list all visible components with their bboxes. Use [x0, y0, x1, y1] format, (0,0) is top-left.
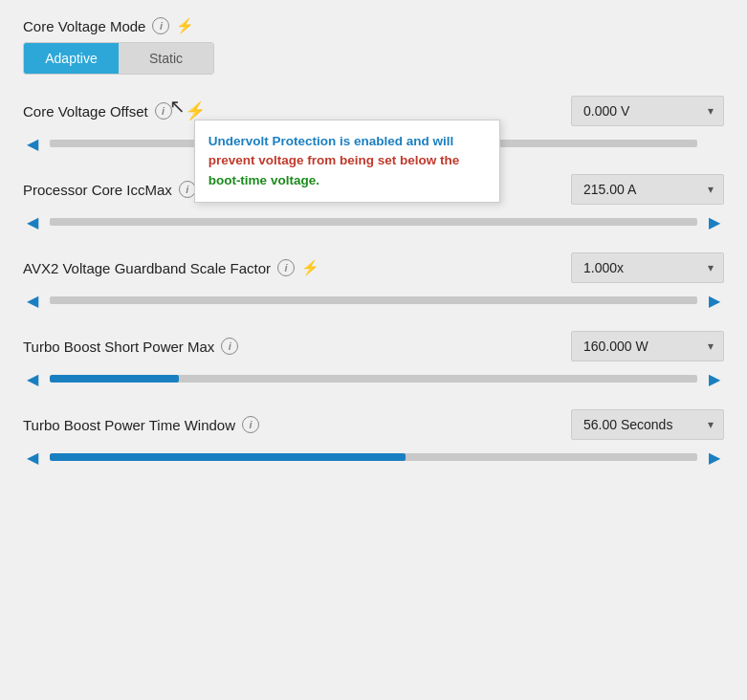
turbo-boost-short-value: 160.000 W: [583, 339, 648, 354]
turbo-boost-short-right-arrow[interactable]: ▶: [705, 369, 724, 388]
core-voltage-offset-dropdown[interactable]: 0.000 V ▾: [571, 96, 724, 126]
processor-core-iccmax-left-arrow[interactable]: ◀: [23, 212, 42, 231]
core-voltage-offset-value: 0.000 V: [583, 103, 629, 119]
core-voltage-offset-info-icon[interactable]: i: [155, 102, 172, 120]
processor-core-iccmax-label: Processor Core IccMax: [23, 182, 172, 198]
avx2-voltage-label-row: AVX2 Voltage Guardband Scale Factor i ⚡ …: [23, 252, 724, 283]
avx2-voltage-value: 1.000x: [583, 260, 624, 275]
turbo-boost-time-slider-fill: [50, 453, 406, 461]
turbo-boost-short-slider-track[interactable]: [50, 375, 697, 383]
avx2-voltage-info-icon[interactable]: i: [277, 259, 295, 276]
core-voltage-mode-bolt-icon[interactable]: ⚡: [176, 17, 194, 34]
turbo-boost-short-slider-fill: [50, 375, 179, 383]
avx2-voltage-dropdown[interactable]: 1.000x ▾: [571, 252, 724, 283]
turbo-boost-short-label: Turbo Boost Short Power Max: [23, 339, 214, 355]
processor-core-iccmax-slider-row: ◀ ▶: [23, 212, 724, 231]
core-voltage-offset-label-row: Core Voltage Offset i ⚡ ↖ Undervolt Prot…: [23, 96, 724, 126]
turbo-boost-time-value: 56.00 Seconds: [583, 417, 672, 432]
core-voltage-mode-label: Core Voltage Mode: [23, 18, 145, 34]
processor-core-iccmax-right-arrow[interactable]: ▶: [705, 212, 724, 231]
turbo-boost-short-dropdown[interactable]: 160.000 W ▾: [571, 331, 724, 361]
avx2-voltage-slider-fill: [50, 296, 374, 304]
core-voltage-mode-toggle-row: Adaptive Static: [23, 42, 724, 75]
core-voltage-offset-slider-row: ◀ ▶: [23, 134, 724, 153]
static-toggle-btn[interactable]: Static: [119, 43, 213, 74]
turbo-boost-time-right-arrow[interactable]: ▶: [705, 448, 724, 467]
turbo-boost-short-info-icon[interactable]: i: [221, 338, 238, 355]
core-voltage-offset-slider-track[interactable]: [50, 140, 697, 147]
core-voltage-mode-toggle[interactable]: Adaptive Static: [23, 42, 214, 75]
avx2-voltage-label: AVX2 Voltage Guardband Scale Factor: [23, 260, 271, 276]
adaptive-toggle-btn[interactable]: Adaptive: [24, 43, 119, 74]
turbo-boost-time-info-icon[interactable]: i: [242, 416, 259, 433]
avx2-voltage-caret: ▾: [708, 261, 714, 274]
turbo-boost-time-label: Turbo Boost Power Time Window: [23, 417, 235, 433]
turbo-boost-time-dropdown[interactable]: 56.00 Seconds ▾: [571, 409, 724, 440]
turbo-boost-short-caret: ▾: [708, 339, 714, 353]
processor-core-iccmax-slider-track[interactable]: [50, 218, 697, 226]
processor-core-iccmax-value: 215.00 A: [583, 182, 636, 197]
turbo-boost-time-slider-track[interactable]: [50, 453, 697, 461]
turbo-boost-time-label-row: Turbo Boost Power Time Window i 56.00 Se…: [23, 409, 724, 440]
turbo-boost-time-slider-row: ◀ ▶: [23, 448, 724, 467]
processor-core-iccmax-dropdown[interactable]: 215.00 A ▾: [571, 174, 724, 205]
core-voltage-mode-label-row: Core Voltage Mode i ⚡: [23, 17, 724, 34]
processor-core-iccmax-caret: ▾: [708, 183, 714, 196]
core-voltage-offset-bolt-icon[interactable]: ⚡: [185, 101, 206, 120]
core-voltage-offset-left-arrow[interactable]: ◀: [23, 134, 42, 153]
core-voltage-offset-tooltip-box: ⚡ ↖ Undervolt Protection is enabled and …: [185, 100, 206, 121]
core-voltage-offset-caret: ▾: [708, 104, 714, 118]
core-voltage-mode-section: Core Voltage Mode i ⚡ Adaptive Static: [23, 17, 724, 75]
processor-core-iccmax-label-row: Processor Core IccMax i 215.00 A ▾: [23, 174, 724, 205]
core-voltage-offset-label: Core Voltage Offset: [23, 103, 148, 120]
core-voltage-offset-section: Core Voltage Offset i ⚡ ↖ Undervolt Prot…: [23, 96, 724, 153]
avx2-voltage-slider-track[interactable]: [50, 296, 697, 304]
processor-core-iccmax-slider-fill: [50, 218, 600, 226]
turbo-boost-short-section: Turbo Boost Short Power Max i 160.000 W …: [23, 331, 724, 388]
avx2-voltage-section: AVX2 Voltage Guardband Scale Factor i ⚡ …: [23, 252, 724, 310]
core-voltage-mode-info-icon[interactable]: i: [152, 17, 169, 34]
tooltip-text-red: prevent voltage from being set below the: [209, 153, 460, 167]
turbo-boost-short-slider-row: ◀ ▶: [23, 369, 724, 388]
processor-core-iccmax-section: Processor Core IccMax i 215.00 A ▾ ◀ ▶: [23, 174, 724, 231]
processor-core-iccmax-info-icon[interactable]: i: [179, 181, 196, 198]
turbo-boost-time-caret: ▾: [708, 418, 714, 431]
turbo-boost-short-label-row: Turbo Boost Short Power Max i 160.000 W …: [23, 331, 724, 361]
turbo-boost-time-section: Turbo Boost Power Time Window i 56.00 Se…: [23, 409, 724, 467]
turbo-boost-short-left-arrow[interactable]: ◀: [23, 369, 42, 388]
avx2-voltage-left-arrow[interactable]: ◀: [23, 291, 42, 310]
avx2-voltage-right-arrow[interactable]: ▶: [705, 291, 724, 310]
avx2-voltage-bolt-icon[interactable]: ⚡: [301, 259, 319, 276]
avx2-voltage-slider-row: ◀ ▶: [23, 291, 724, 310]
turbo-boost-time-left-arrow[interactable]: ◀: [23, 448, 42, 467]
